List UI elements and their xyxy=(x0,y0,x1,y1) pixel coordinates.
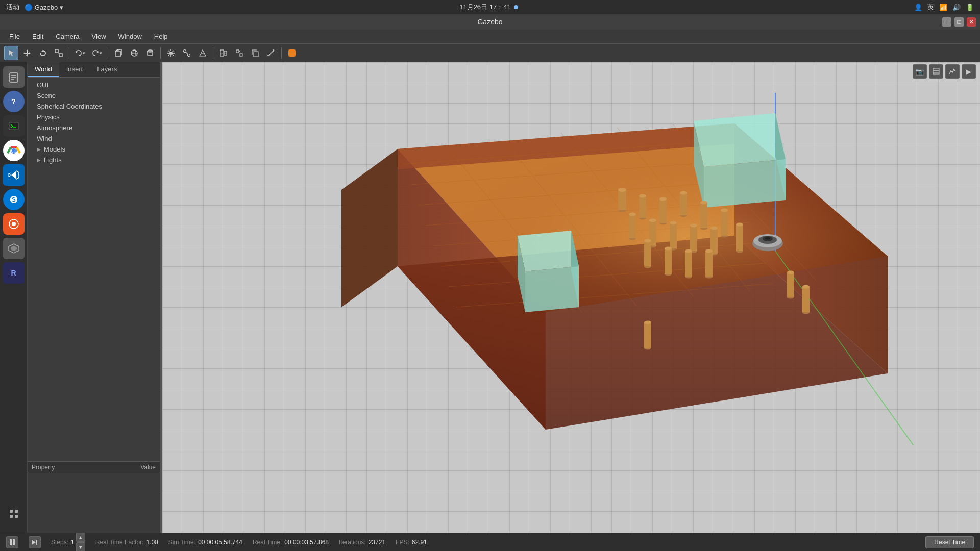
svg-point-150 xyxy=(644,321,651,324)
svg-rect-140 xyxy=(705,251,713,277)
pause-button[interactable] xyxy=(6,536,18,548)
tree-item-physics[interactable]: Physics xyxy=(28,112,160,122)
steps-down-button[interactable]: ▼ xyxy=(76,542,85,551)
svg-rect-156 xyxy=(933,68,939,70)
svg-marker-161 xyxy=(32,540,36,545)
tree-item-scene[interactable]: Scene xyxy=(28,90,160,101)
property-col-header: Property xyxy=(32,464,140,471)
video-button[interactable]: ▶ xyxy=(962,64,976,79)
taskbar-terminal-icon[interactable] xyxy=(3,115,24,137)
redo-dropdown[interactable]: ▾ xyxy=(89,48,105,58)
svg-marker-2 xyxy=(26,49,28,51)
layers-button[interactable] xyxy=(929,64,943,79)
material-button[interactable] xyxy=(195,46,210,60)
menu-help[interactable]: Help xyxy=(149,31,173,42)
cylinder-tool-button[interactable] xyxy=(143,46,157,60)
activities-label[interactable]: 活动 xyxy=(6,3,19,12)
system-bar-left: 活动 🔵 Gazebo ▾ xyxy=(6,3,63,12)
screenshot-button[interactable]: 📷 xyxy=(913,64,927,79)
reset-time-button[interactable]: Reset Time xyxy=(925,536,974,548)
svg-point-99 xyxy=(639,194,646,198)
svg-rect-61 xyxy=(15,510,18,513)
close-button[interactable]: ✕ xyxy=(967,17,976,27)
menu-window[interactable]: Window xyxy=(113,31,147,42)
title-bar: Gazebo — □ ✕ xyxy=(0,14,980,30)
taskbar-help-icon[interactable]: ? xyxy=(3,91,24,112)
svg-point-105 xyxy=(680,191,687,195)
copy-button[interactable] xyxy=(248,46,262,60)
joints-button[interactable] xyxy=(180,46,194,60)
models-arrow-icon: ▶ xyxy=(37,146,41,152)
fps-label: FPS: xyxy=(396,539,409,546)
svg-rect-149 xyxy=(644,322,651,348)
tree-item-models[interactable]: ▶ Models xyxy=(28,144,160,155)
steps-up-button[interactable]: ▲ xyxy=(76,533,85,542)
undo-dropdown[interactable]: ▾ xyxy=(72,48,88,58)
minimize-button[interactable]: — xyxy=(942,17,951,27)
taskbar-rviz-icon[interactable]: R xyxy=(3,262,24,284)
volume-icon: 🔊 xyxy=(952,4,961,11)
lights-arrow-icon: ▶ xyxy=(37,157,41,163)
orange-indicator-button[interactable] xyxy=(285,46,299,60)
svg-rect-107 xyxy=(700,203,707,228)
taskbar-skype-icon[interactable] xyxy=(3,189,24,210)
svg-rect-116 xyxy=(670,223,677,248)
iterations-value: 23721 xyxy=(369,539,385,546)
menu-edit[interactable]: Edit xyxy=(27,31,48,42)
indicator-dot xyxy=(514,5,518,9)
rotate-tool-button[interactable] xyxy=(36,46,50,60)
svg-rect-110 xyxy=(629,214,636,238)
svg-line-26 xyxy=(173,54,174,56)
sun-tool-button[interactable] xyxy=(164,46,178,60)
taskbar-gazebo-sim-icon[interactable] xyxy=(3,238,24,259)
tree-item-gui[interactable]: GUI xyxy=(28,80,160,90)
svg-rect-122 xyxy=(710,228,718,254)
tree-item-physics-label: Physics xyxy=(37,113,60,121)
menu-file[interactable]: File xyxy=(4,31,25,42)
taskbar-files-icon[interactable] xyxy=(3,66,24,88)
toolbar-sep-5 xyxy=(281,47,282,59)
fps-value: 62.91 xyxy=(412,539,427,546)
scale-tool-button[interactable] xyxy=(52,46,66,60)
svg-point-117 xyxy=(670,221,677,225)
tree-item-lights[interactable]: ▶ Lights xyxy=(28,155,160,165)
system-bar-right: 👤 英 📶 🔊 🔋 xyxy=(914,3,974,12)
svg-point-55 xyxy=(12,148,16,153)
svg-marker-68 xyxy=(341,149,398,307)
tab-insert[interactable]: Insert xyxy=(59,62,90,77)
snap-button[interactable] xyxy=(232,46,247,60)
maximize-button[interactable]: □ xyxy=(954,17,964,27)
align-button[interactable] xyxy=(216,46,231,60)
svg-line-27 xyxy=(173,51,174,52)
taskbar-apps-icon[interactable] xyxy=(3,503,24,524)
select-tool-button[interactable] xyxy=(4,46,18,60)
lang-label[interactable]: 英 xyxy=(927,3,934,12)
property-panel: Property Value xyxy=(28,461,160,533)
svg-point-120 xyxy=(690,224,697,228)
tree-item-wind[interactable]: Wind xyxy=(28,133,160,144)
svg-line-28 xyxy=(168,54,170,56)
tree-item-atmosphere[interactable]: Atmosphere xyxy=(28,122,160,133)
taskbar-ubuntu-software-icon[interactable] xyxy=(3,213,24,235)
sphere-tool-button[interactable] xyxy=(127,46,141,60)
tab-world[interactable]: World xyxy=(28,62,59,77)
tree-item-spherical-coords[interactable]: Spherical Coordinates xyxy=(28,101,160,112)
menu-camera[interactable]: Camera xyxy=(51,31,84,42)
toolbar: ▾ ▾ xyxy=(0,44,980,62)
translate-tool-button[interactable] xyxy=(20,46,34,60)
sim-time-value: 00 00:05:58.744 xyxy=(198,539,242,546)
datetime-label: 11月26日 17：41 xyxy=(459,3,510,12)
plot-button[interactable] xyxy=(945,64,960,79)
window-title: Gazebo xyxy=(477,18,502,26)
taskbar-vscode-icon[interactable] xyxy=(3,164,24,186)
svg-point-102 xyxy=(659,197,667,201)
step-forward-button[interactable] xyxy=(29,536,41,548)
tab-layers[interactable]: Layers xyxy=(90,62,124,77)
svg-rect-12 xyxy=(115,51,120,56)
svg-point-141 xyxy=(705,249,713,253)
svg-rect-158 xyxy=(933,73,939,74)
taskbar-chrome-icon[interactable] xyxy=(3,140,24,161)
measure-button[interactable] xyxy=(264,46,278,60)
box-tool-button[interactable] xyxy=(111,46,126,60)
menu-view[interactable]: View xyxy=(87,31,111,42)
